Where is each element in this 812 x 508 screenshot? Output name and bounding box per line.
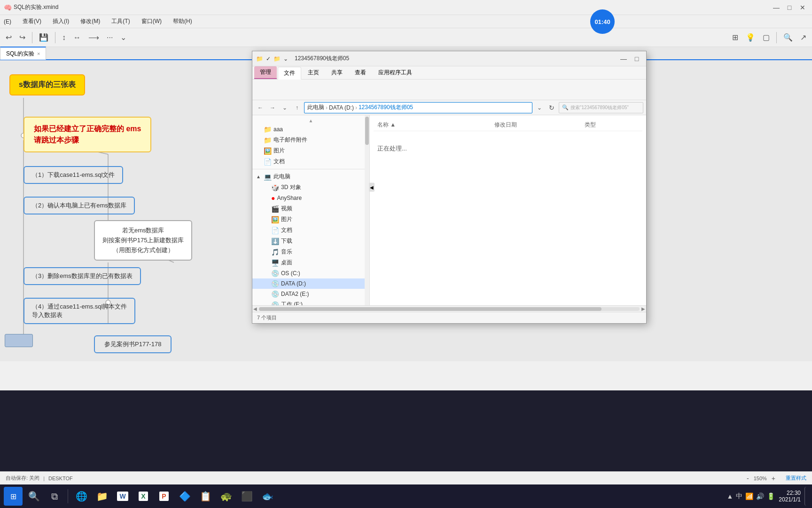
explorer-minimize-button[interactable]: —: [618, 55, 629, 63]
edge-icon[interactable]: 🌐: [72, 487, 91, 506]
scroll-up-arrow[interactable]: ▲: [309, 118, 313, 123]
scroll-left-button[interactable]: ◀: [253, 306, 257, 311]
print-button[interactable]: ⟶: [86, 31, 101, 44]
tray-chevron[interactable]: ▲: [726, 492, 733, 500]
tree-item-thispc[interactable]: ▲ 💻 此电脑: [252, 171, 369, 182]
col-name-header[interactable]: 名称 ▲: [377, 121, 485, 129]
lightbulb-button[interactable]: 💡: [744, 31, 757, 44]
back-button[interactable]: ←: [255, 103, 265, 113]
export-button[interactable]: ↔: [71, 32, 83, 44]
tray-volume-icon[interactable]: 🔊: [756, 492, 764, 500]
recent-button[interactable]: ⌄: [280, 103, 290, 113]
menu-insert[interactable]: 插入(I): [51, 16, 71, 26]
present-button[interactable]: ▢: [761, 31, 772, 44]
maximize-button[interactable]: □: [784, 3, 795, 12]
more2-button[interactable]: ⌄: [118, 31, 128, 44]
share-button[interactable]: ↕: [60, 32, 68, 44]
tray-lang[interactable]: 中: [736, 492, 742, 500]
search-box[interactable]: 🔍 搜索"1234567890钱老师05": [559, 102, 643, 113]
show-desktop-button[interactable]: [804, 487, 808, 506]
ribbon-tab-share[interactable]: 共享: [326, 66, 348, 79]
excel-taskbar-icon[interactable]: X: [134, 487, 153, 506]
tree-item-desktop[interactable]: 🖥️ 桌面: [252, 257, 369, 268]
zoom-out-button[interactable]: -: [744, 474, 752, 483]
task-view-button[interactable]: ⧉: [45, 487, 64, 506]
ribbon-tab-apptools[interactable]: 应用程序工具: [373, 66, 418, 79]
tree-item-anyshare[interactable]: ● AnyShare: [252, 193, 369, 203]
breadcrumb-thispc[interactable]: 此电脑: [307, 103, 324, 111]
ribbon-tab-view[interactable]: 查看: [349, 66, 372, 79]
taskbar-clock[interactable]: 22:30 2021/1/1: [779, 490, 801, 503]
app4-taskbar-icon[interactable]: 🐟: [258, 487, 277, 506]
collapse-panel-button[interactable]: ◀: [369, 183, 375, 192]
horizontal-scroll-thumb[interactable]: [259, 307, 601, 311]
app3-taskbar-icon[interactable]: 🐢: [217, 487, 235, 506]
refresh-button[interactable]: ↻: [547, 103, 557, 113]
address-path[interactable]: 此电脑 › DATA (D:) › 1234567890钱老师05: [304, 102, 532, 113]
layout-button[interactable]: ⊞: [730, 31, 740, 44]
menu-tools[interactable]: 工具(T): [109, 16, 132, 26]
menu-modify[interactable]: 修改(M): [78, 16, 102, 26]
breadcrumb-datad[interactable]: DATA (D:): [329, 104, 354, 111]
menu-window[interactable]: 窗口(W): [140, 16, 164, 26]
powerpoint-taskbar-icon[interactable]: P: [155, 487, 173, 506]
node-step2[interactable]: （2）确认本电脑上已有ems数据库: [23, 197, 135, 214]
forward-button[interactable]: →: [267, 103, 278, 113]
search-taskbar-button[interactable]: 🔍: [24, 487, 43, 506]
active-tab[interactable]: SQL的实验 ×: [0, 47, 46, 60]
bottom-scrollbar[interactable]: ◀ ▶: [252, 305, 646, 312]
minimize-button[interactable]: —: [771, 3, 782, 12]
redo-button[interactable]: ↪: [17, 31, 27, 44]
tree-item-3d[interactable]: 🎲 3D 对象: [252, 182, 369, 193]
start-button[interactable]: ⊞: [4, 487, 23, 506]
app2-taskbar-icon[interactable]: 📋: [196, 487, 215, 506]
tree-item-docs2[interactable]: 📄 文档: [252, 225, 369, 236]
ribbon-tab-home[interactable]: 主页: [302, 66, 325, 79]
tray-battery-icon[interactable]: 🔋: [767, 492, 775, 500]
node-step4[interactable]: （4）通过case11-ems.sql脚本文件 导入数据表: [23, 298, 135, 324]
tree-scrollbar[interactable]: [365, 115, 369, 305]
reset-style-button[interactable]: 重置样式: [786, 475, 806, 482]
undo-button[interactable]: ↩: [4, 31, 14, 44]
tree-item-downloads[interactable]: ⬇️ 下载: [252, 236, 369, 246]
menu-view[interactable]: 查看(V): [21, 16, 43, 26]
share2-button[interactable]: ↗: [798, 31, 808, 44]
tree-item-docs1[interactable]: 📄 文档: [252, 156, 369, 167]
tree-item-pictures2[interactable]: 🖼️ 图片: [252, 214, 369, 225]
menu-file[interactable]: (E): [2, 17, 13, 26]
terminal-taskbar-icon[interactable]: ⬛: [237, 487, 256, 506]
tree-item-email[interactable]: 📁 电子邮件附件: [252, 135, 369, 145]
node-yellow-warning[interactable]: 如果已经建立了正确完整的 ems 请跳过本步骤: [23, 117, 151, 152]
up-button[interactable]: ↑: [292, 103, 302, 113]
content-area[interactable]: 名称 ▲ 修改日期 类型 正在处理...: [370, 115, 646, 305]
tray-network-icon[interactable]: 📶: [745, 492, 753, 500]
explorer-maximize-button[interactable]: □: [631, 55, 642, 63]
tree-item-pictures1[interactable]: 🖼️ 图片: [252, 145, 369, 156]
save-button[interactable]: 💾: [37, 31, 50, 44]
expand-addr-button[interactable]: ⌄: [534, 103, 545, 113]
ribbon-tab-management[interactable]: 管理: [254, 66, 277, 79]
tree-item-os-c[interactable]: 💿 OS (C:): [252, 268, 369, 278]
app1-taskbar-icon[interactable]: 🔷: [175, 487, 194, 506]
menu-help[interactable]: 帮助(H): [171, 16, 194, 26]
tree-item-data-d[interactable]: 💿 DATA (D:): [252, 278, 369, 289]
node-databases[interactable]: s数据库的三张表: [9, 74, 85, 95]
zoom-search-button[interactable]: 🔍: [781, 31, 795, 44]
file-explorer-taskbar-icon[interactable]: 📁: [93, 487, 111, 506]
tree-item-data2-e[interactable]: 💿 DATA2 (E:): [252, 289, 369, 299]
more-button[interactable]: ···: [105, 32, 115, 44]
node-step1[interactable]: （1）下载case11-ems.sql文件: [23, 166, 123, 184]
node-note[interactable]: 若无ems数据库 则按案例书P175上新建数据库 （用图形化方式创建）: [94, 220, 192, 261]
tree-item-video[interactable]: 🎬 视频: [252, 203, 369, 214]
tree-item-music[interactable]: 🎵 音乐: [252, 246, 369, 257]
word-taskbar-icon[interactable]: W: [113, 487, 132, 506]
scroll-right-button[interactable]: ▶: [641, 306, 645, 311]
node-step3[interactable]: （3）删除ems数据库里的已有数据表: [23, 267, 141, 285]
ribbon-tab-file[interactable]: 文件: [278, 67, 301, 79]
close-app-button[interactable]: ✕: [797, 3, 808, 12]
tree-item-aaa[interactable]: 📁 aaa: [252, 124, 369, 135]
tree-scroll-thumb[interactable]: [365, 117, 369, 145]
tree-item-work-f[interactable]: 💿 工作 (F:): [252, 299, 369, 305]
close-tab-button[interactable]: ×: [37, 51, 40, 56]
zoom-in-button[interactable]: +: [769, 474, 778, 483]
